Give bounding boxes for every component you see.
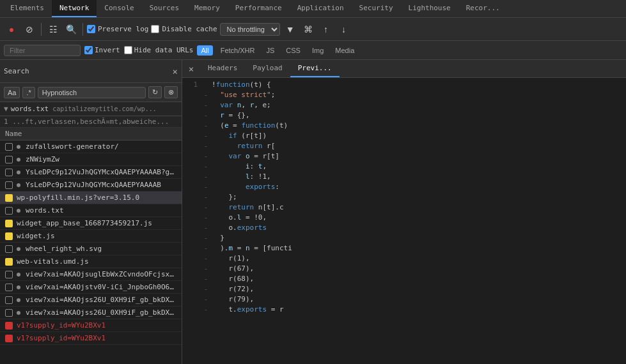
network-tab-label: Network <box>59 4 89 12</box>
tab-sources[interactable]: Sources <box>142 0 187 17</box>
tab-memory[interactable]: Memory <box>187 0 228 17</box>
tab-headers[interactable]: Headers <box>200 60 245 77</box>
code-line: - ).m = n = [functi <box>182 244 626 254</box>
network-item[interactable]: widget_app_base_1668773459217.js <box>0 217 182 230</box>
tab-application[interactable]: Application <box>290 0 352 17</box>
item-icon-error <box>5 335 13 342</box>
code-line: - return r[ <box>182 142 626 152</box>
right-panel-header: × Headers Payload Previ... <box>182 60 626 78</box>
filter-type-media[interactable]: Media <box>331 45 358 56</box>
filter-icon[interactable]: ☷ <box>45 22 61 37</box>
network-item[interactable]: v1?supply_id=WYu2BXv1 <box>0 332 182 345</box>
line-number <box>182 254 203 264</box>
disable-cache-label[interactable]: Disable cache <box>151 25 217 33</box>
tab-payload[interactable]: Payload <box>245 60 290 77</box>
network-item[interactable]: widget.js <box>0 230 182 243</box>
console-tab-label: Console <box>104 4 134 12</box>
hide-data-urls-text: Hide data URLs <box>134 46 194 54</box>
preserve-log-checkbox[interactable] <box>87 25 95 33</box>
tab-performance[interactable]: Performance <box>228 0 290 17</box>
network-item[interactable]: view?xai=AKAOjss26U_0XH9iF_gb_bkDXSnSJlz… <box>0 294 182 307</box>
network-item[interactable]: view?xai=AKAOjstv0V-iCi_JnpboGh0O6sMpNn5… <box>0 281 182 294</box>
download-icon[interactable]: ↓ <box>336 22 352 37</box>
network-item-name: view?xai=AKAOjstv0V-iCi_JnpboGh0O6sMpNn5… <box>26 283 176 291</box>
line-dash: - <box>203 213 209 224</box>
network-item[interactable]: words.txt <box>0 204 182 217</box>
search-icon[interactable]: 🔍 <box>63 22 79 37</box>
hide-data-urls-checkbox[interactable] <box>124 46 132 54</box>
network-item-name: zufallswort-generator/ <box>26 142 176 151</box>
filter-input[interactable] <box>4 45 81 56</box>
network-item[interactable]: web-vitals.umd.js <box>0 255 182 268</box>
disable-cache-checkbox[interactable] <box>151 25 159 33</box>
throttle-down-icon[interactable]: ▼ <box>283 22 298 37</box>
code-preview[interactable]: 1!function(t) {- "use strict";- var n, r… <box>182 78 626 364</box>
filter-type-js[interactable]: JS <box>263 45 279 56</box>
line-content: !function(t) { <box>209 80 626 91</box>
search-close-icon[interactable]: × <box>173 66 178 77</box>
hide-data-urls-label[interactable]: Hide data URLs <box>124 46 194 54</box>
filter-type-img[interactable]: Img <box>308 45 327 56</box>
line-content: (e = function(t) <box>209 121 626 132</box>
line-dash: - <box>203 121 209 132</box>
toolbar-divider-2 <box>82 23 83 36</box>
network-item[interactable]: YsLeDPc9p12VuJhQGYMcxQAAEPYAAAAB <box>0 179 182 192</box>
network-item[interactable]: view?xai=AKAOjss26U_0XH9iF_gb_bkDXSnSJlz… <box>0 307 182 319</box>
network-item[interactable]: v1?supply_id=WYu2BXv1 <box>0 319 182 332</box>
line-content: r(67), <box>209 264 626 275</box>
line-dash: - <box>203 132 209 142</box>
case-sensitive-button[interactable]: Aa <box>4 87 20 98</box>
network-item[interactable]: wp-polyfill.min.js?ver=3.15.0 <box>0 192 182 204</box>
tab-recor[interactable]: Recor... <box>458 0 508 17</box>
tab-console[interactable]: Console <box>97 0 141 17</box>
wifi-icon[interactable]: ⌘ <box>301 22 316 37</box>
item-icon-js <box>5 194 13 202</box>
item-dot-indicator <box>17 311 20 315</box>
search-text-input[interactable] <box>38 87 146 98</box>
tab-lighthouse[interactable]: Lighthouse <box>401 0 458 17</box>
line-dash: - <box>203 183 209 193</box>
tab-network[interactable]: Network <box>52 0 97 17</box>
throttle-select[interactable]: No throttling <box>220 23 280 36</box>
line-dash: - <box>203 203 209 213</box>
network-item[interactable]: wheel_right_wh.svg <box>0 243 182 255</box>
code-line: - r = {}, <box>182 111 626 121</box>
clear-button[interactable]: ⊗ <box>164 86 178 98</box>
filter-type-fetch-xhr[interactable]: Fetch/XHR <box>217 45 259 56</box>
sources-tab-label: Sources <box>150 4 179 12</box>
network-item[interactable]: zufallswort-generator/ <box>0 140 182 153</box>
network-item[interactable]: view?xai=AKAOjsuglEbWxZCvndoOFcjsxB-zmbD… <box>0 268 182 281</box>
network-item[interactable]: YsLeDPc9p12VuJhQGYMcxQAAEPYAAAAB?gdpr_co… <box>0 166 182 179</box>
network-list[interactable]: Name zufallswort-generator/zNWiymZwYsLeD… <box>0 128 182 364</box>
record-button[interactable]: ● <box>4 22 19 37</box>
invert-label[interactable]: Invert <box>84 46 120 54</box>
code-line: - r(68), <box>182 275 626 285</box>
filter-type-css[interactable]: CSS <box>282 45 304 56</box>
line-number <box>182 213 203 224</box>
item-dot-indicator <box>17 273 20 277</box>
close-right-panel-button[interactable]: × <box>182 60 200 78</box>
left-panel: Search × Aa .* ↻ ⊗ ▼ words.txt capitaliz… <box>0 60 182 364</box>
network-item[interactable]: zNWiymZw <box>0 153 182 166</box>
regex-button[interactable]: .* <box>22 87 35 98</box>
code-line: - if (r[t]) <box>182 132 626 142</box>
breadcrumb-arrow: ▼ <box>4 105 8 113</box>
tab-elements[interactable]: Elements <box>3 0 52 17</box>
item-dot-indicator <box>17 158 20 162</box>
preserve-log-label[interactable]: Preserve log <box>87 25 148 33</box>
search-section: Search × <box>0 60 182 83</box>
tab-bar: Elements Network Console Sources Memory … <box>0 0 626 18</box>
line-number <box>182 152 203 162</box>
tab-preview[interactable]: Previ... <box>290 60 340 77</box>
stop-button[interactable]: ⊘ <box>22 22 37 37</box>
tab-security[interactable]: Security <box>352 0 401 17</box>
code-line: - o.exports <box>182 224 626 234</box>
item-icon-doc <box>5 271 13 278</box>
code-line: - r(79), <box>182 295 626 305</box>
upload-icon[interactable]: ↑ <box>318 22 334 37</box>
refresh-button[interactable]: ↻ <box>148 86 162 98</box>
filter-type-all[interactable]: All <box>197 45 212 56</box>
line-number <box>182 132 203 142</box>
item-dot-indicator <box>17 285 20 289</box>
invert-checkbox[interactable] <box>84 46 93 54</box>
